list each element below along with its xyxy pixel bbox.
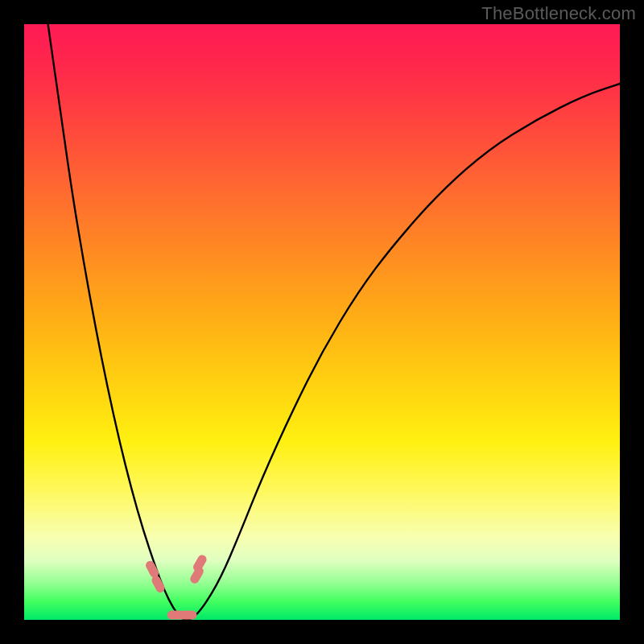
marker-pill	[180, 611, 197, 620]
marker-pill	[192, 553, 208, 573]
plot-area	[24, 24, 620, 620]
watermark-text: TheBottleneck.com	[481, 3, 636, 24]
bottleneck-curve	[48, 24, 620, 620]
markers-group	[144, 553, 208, 619]
plot-svg	[24, 24, 620, 620]
chart-frame: TheBottleneck.com	[0, 0, 644, 644]
